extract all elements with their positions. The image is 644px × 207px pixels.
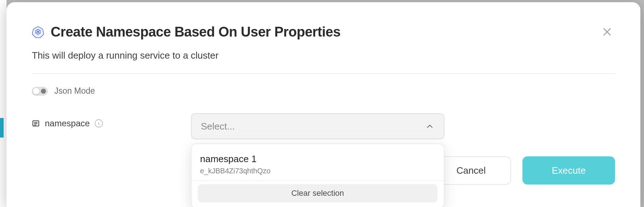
divider: [32, 73, 615, 74]
modal-footer: Cancel Execute: [431, 156, 615, 185]
toggle-track-marker: [41, 89, 46, 94]
svg-point-15: [98, 122, 99, 123]
namespace-select[interactable]: Select...: [191, 113, 444, 139]
list-icon: [32, 119, 40, 127]
json-mode-toggle[interactable]: [32, 87, 48, 96]
json-mode-row: Json Mode: [32, 86, 615, 96]
create-namespace-modal: Create Namespace Based On User Propertie…: [7, 2, 640, 207]
dropdown-option-namespace-1[interactable]: namespace 1 e_kJBB4Zi73qhthQzo: [191, 148, 444, 181]
modal-title: Create Namespace Based On User Propertie…: [51, 24, 340, 40]
clear-selection-label: Clear selection: [291, 189, 344, 198]
namespace-label: namespace: [45, 118, 90, 128]
json-mode-label: Json Mode: [54, 86, 95, 96]
background-page-sliver: [0, 0, 7, 207]
kubernetes-icon: [32, 26, 44, 38]
modal-title-wrap: Create Namespace Based On User Propertie…: [32, 24, 340, 40]
clear-selection-button[interactable]: Clear selection: [198, 184, 437, 202]
background-accent-bar: [0, 118, 4, 138]
dropdown-option-id: e_kJBB4Zi73qhthQzo: [200, 167, 435, 175]
select-placeholder: Select...: [201, 121, 235, 132]
execute-button-label: Execute: [552, 165, 586, 176]
namespace-label-wrap: namespace: [32, 113, 191, 128]
svg-rect-16: [98, 123, 99, 124]
modal-subtitle: This will deploy a running service to a …: [32, 50, 615, 61]
chevron-up-icon: [425, 122, 435, 131]
cancel-button-label: Cancel: [457, 165, 486, 176]
info-icon[interactable]: [95, 119, 103, 127]
dropdown-option-name: namespace 1: [200, 153, 435, 165]
svg-point-8: [37, 31, 38, 32]
namespace-select-wrap: Select... namespace 1 e_kJBB4Zi73qhthQzo…: [191, 113, 444, 139]
execute-button[interactable]: Execute: [522, 156, 615, 185]
namespace-field-row: namespace Select... namespace 1: [32, 113, 615, 139]
namespace-dropdown: namespace 1 e_kJBB4Zi73qhthQzo Clear sel…: [191, 144, 444, 207]
json-mode-toggle-wrap: Json Mode: [32, 86, 95, 96]
close-button[interactable]: [599, 24, 615, 40]
modal-header: Create Namespace Based On User Propertie…: [32, 24, 615, 40]
